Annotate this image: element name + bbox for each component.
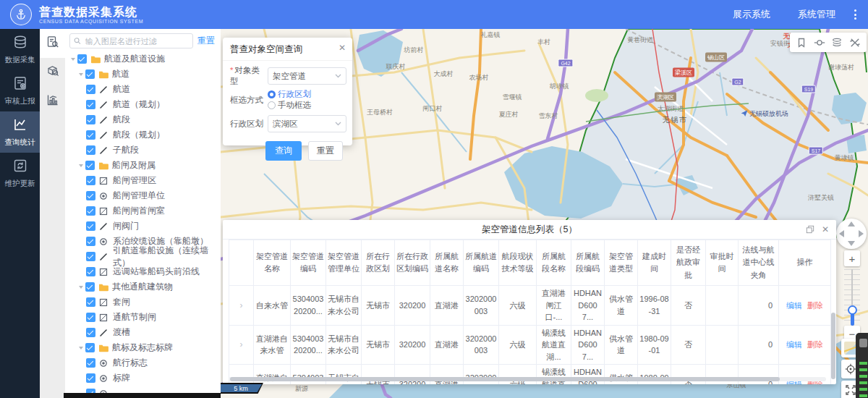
delete-link[interactable]: 删除 bbox=[807, 301, 823, 310]
layer-checkbox[interactable] bbox=[85, 343, 95, 352]
doc-gear-icon bbox=[12, 75, 28, 94]
layer-checkbox[interactable] bbox=[86, 373, 95, 383]
header-nav-display-system[interactable]: 展示系统 bbox=[733, 8, 770, 21]
subtool-layer-query[interactable] bbox=[40, 29, 65, 58]
row-expand-icon[interactable]: › bbox=[229, 286, 254, 326]
sidebar-item-query-statistics[interactable]: 查询统计 bbox=[0, 111, 40, 153]
layer-tree-node[interactable]: 船闸及附属 bbox=[65, 158, 221, 173]
sidebar-item-data-collection[interactable]: 数据采集 bbox=[0, 29, 40, 70]
layer-label: 船闸管理单位 bbox=[113, 190, 165, 202]
layer-tree-node[interactable]: 远调站靠船码头前沿线 bbox=[65, 264, 221, 279]
layers-icon[interactable] bbox=[831, 37, 843, 48]
layer-checkbox[interactable] bbox=[86, 252, 95, 261]
expand-caret-icon[interactable] bbox=[77, 286, 85, 289]
expand-caret-icon[interactable] bbox=[77, 164, 85, 167]
layer-checkbox[interactable] bbox=[86, 237, 95, 246]
clear-icon[interactable] bbox=[849, 37, 861, 48]
layer-checkbox[interactable] bbox=[86, 328, 95, 337]
sidebar-item-review-report[interactable]: 审核上报 bbox=[0, 70, 40, 111]
table-cell: 供水管道 bbox=[605, 286, 638, 326]
result-table-wrap: 架空管道名称架空管道编码架空管道管理单位所在行政区划所在行政区划编码所属航道名称… bbox=[229, 240, 830, 384]
layer-filter-input[interactable] bbox=[84, 36, 189, 46]
layer-checkbox[interactable] bbox=[85, 161, 95, 170]
row-expand-icon[interactable]: › bbox=[229, 325, 254, 365]
layer-checkbox[interactable] bbox=[86, 297, 95, 307]
horizontal-scrollbar-thumb[interactable] bbox=[230, 377, 780, 381]
district-select[interactable]: 滨湖区 bbox=[268, 115, 346, 132]
map-scalebar: 5 km bbox=[218, 383, 263, 394]
maximize-icon[interactable] bbox=[806, 225, 814, 234]
zoom-slider-handle[interactable] bbox=[848, 305, 857, 315]
layer-tree-node[interactable]: 航段 bbox=[65, 112, 221, 127]
header-nav-system-admin[interactable]: 系统管理 bbox=[798, 8, 835, 21]
line-icon bbox=[99, 116, 110, 124]
more-menu-icon[interactable] bbox=[854, 9, 856, 20]
zoom-in-button[interactable]: + bbox=[844, 250, 860, 266]
delete-link[interactable]: 删除 bbox=[807, 340, 823, 349]
layer-tree-node[interactable]: 航标及标志标牌 bbox=[65, 340, 221, 355]
close-icon[interactable]: ✕ bbox=[822, 224, 829, 234]
pan-west-icon[interactable] bbox=[839, 230, 844, 237]
box-mode-radio[interactable]: 行政区划 bbox=[268, 89, 311, 100]
basemap-switcher-flyout[interactable] bbox=[856, 333, 868, 398]
layer-tree-node[interactable]: 船闸闸首闸室 bbox=[65, 203, 221, 219]
edit-link[interactable]: 编辑 bbox=[786, 340, 802, 349]
layer-tree-node[interactable]: 通航节制闸 bbox=[65, 310, 221, 325]
pan-east-icon[interactable] bbox=[859, 230, 864, 237]
layer-tree-node[interactable]: 套闸 bbox=[65, 295, 221, 310]
layer-checkbox[interactable] bbox=[86, 130, 95, 140]
layer-tree-node[interactable]: 船闸管理单位 bbox=[65, 188, 221, 203]
subtool-statistic-chart[interactable] bbox=[40, 87, 65, 116]
layer-checkbox[interactable] bbox=[86, 358, 95, 368]
layer-reset-link[interactable]: 重置 bbox=[197, 35, 215, 47]
compass-control[interactable] bbox=[836, 219, 867, 249]
edit-link[interactable]: 编辑 bbox=[786, 301, 802, 310]
layer-tree-node[interactable]: 航道 bbox=[65, 67, 221, 82]
horizontal-scrollbar[interactable] bbox=[229, 377, 826, 381]
pan-south-icon[interactable] bbox=[848, 241, 855, 246]
layer-tree-node[interactable]: 子航段 bbox=[65, 143, 221, 158]
measure-icon[interactable] bbox=[814, 37, 825, 48]
layer-checkbox[interactable] bbox=[86, 145, 95, 155]
layer-tree-node[interactable]: 航道（规划） bbox=[65, 97, 221, 112]
column-header: 架空管道类型 bbox=[605, 240, 638, 286]
layer-tree-node[interactable]: 航道 bbox=[65, 82, 221, 97]
layer-tree-node[interactable]: 闸阀门 bbox=[65, 219, 221, 234]
subtool-spatial-query[interactable] bbox=[40, 58, 65, 87]
layer-checkbox[interactable] bbox=[85, 69, 95, 79]
layer-tree-node[interactable]: 航段（规划） bbox=[65, 127, 221, 143]
layer-tree-node[interactable]: 标牌 bbox=[65, 371, 221, 386]
layer-checkbox[interactable] bbox=[86, 267, 95, 276]
layer-tree-node[interactable]: 引航道靠船设施（连续墙式） bbox=[65, 249, 221, 264]
bookmark-icon[interactable] bbox=[796, 37, 807, 48]
reset-button[interactable]: 重置 bbox=[308, 141, 343, 161]
sidebar-item-maintenance-update[interactable]: 维护更新 bbox=[0, 153, 40, 194]
layer-checkbox[interactable] bbox=[86, 221, 95, 231]
layer-checkbox[interactable] bbox=[86, 85, 95, 94]
layer-checkbox[interactable] bbox=[85, 282, 95, 292]
vertical-scrollbar-thumb[interactable] bbox=[831, 313, 835, 379]
pan-north-icon[interactable] bbox=[848, 221, 855, 226]
layer-tree-node[interactable]: 航行标志 bbox=[65, 355, 221, 371]
layer-tree-node[interactable]: 渡槽 bbox=[65, 325, 221, 340]
dialog-close-icon[interactable]: ✕ bbox=[339, 43, 346, 52]
box-mode-radio[interactable]: 手动框选 bbox=[268, 100, 311, 111]
expand-caret-icon[interactable] bbox=[69, 58, 77, 61]
layer-tree-node[interactable]: 其他通航建筑物 bbox=[65, 279, 221, 295]
polygon-icon bbox=[99, 207, 110, 216]
layer-checkbox[interactable] bbox=[86, 176, 95, 185]
layer-checkbox[interactable] bbox=[86, 191, 95, 200]
object-type-select[interactable]: 架空管道 bbox=[268, 67, 346, 85]
layer-checkbox[interactable] bbox=[86, 115, 95, 124]
layer-checkbox[interactable] bbox=[86, 100, 95, 109]
layer-checkbox[interactable] bbox=[86, 206, 95, 216]
expand-caret-icon[interactable] bbox=[77, 73, 85, 76]
expand-caret-icon[interactable] bbox=[77, 347, 85, 350]
layer-tree-node[interactable]: 航道及航道设施 bbox=[65, 51, 221, 67]
layer-checkbox[interactable] bbox=[77, 54, 87, 64]
column-header: 审批时间 bbox=[706, 240, 739, 286]
layer-tree-node[interactable]: 船闸管理区 bbox=[65, 173, 221, 188]
layer-checkbox[interactable] bbox=[86, 313, 95, 322]
column-header: 架空管道管理单位 bbox=[326, 240, 362, 286]
query-button[interactable]: 查询 bbox=[265, 141, 302, 161]
